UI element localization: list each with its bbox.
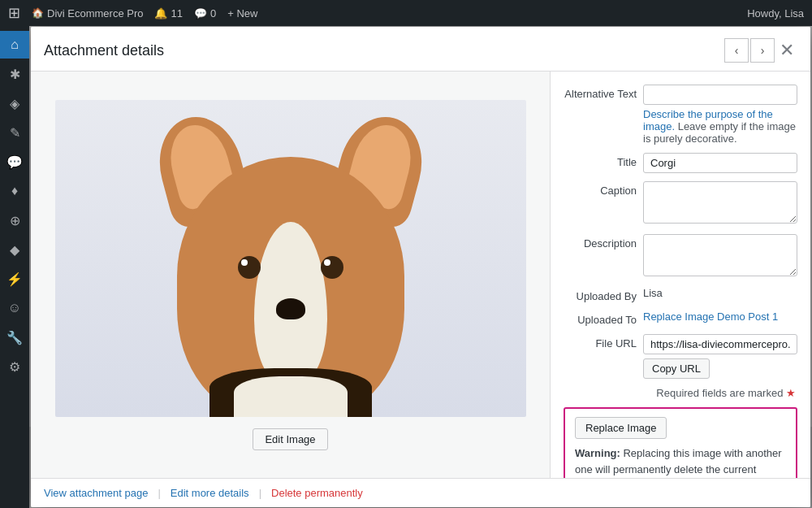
caption-label: Caption xyxy=(564,181,637,197)
view-attachment-link[interactable]: View attachment page xyxy=(44,487,148,499)
corgi-head xyxy=(177,157,404,417)
uploaded-to-value-container: Replace Image Demo Post 1 xyxy=(643,310,797,323)
image-panel: Edit Image xyxy=(31,72,551,478)
attachment-details-modal: Attachment details ‹ › ✕ xyxy=(31,27,810,507)
uploaded-by-value-container: Lisa xyxy=(643,287,797,299)
sidebar-item-users[interactable]: ☺ xyxy=(0,294,29,322)
copy-url-button[interactable]: Copy URL xyxy=(643,358,710,379)
admin-bar-notif[interactable]: 🔔 11 xyxy=(154,7,182,20)
description-field xyxy=(643,234,797,279)
admin-bar-howdy: Howdy, Lisa xyxy=(747,7,804,20)
edit-more-details-link[interactable]: Edit more details xyxy=(171,487,249,499)
uploaded-by-label: Uploaded By xyxy=(564,287,637,302)
main-content: Attachment details ‹ › ✕ xyxy=(29,26,812,508)
corgi-image xyxy=(153,116,429,417)
modal-next-button[interactable]: › xyxy=(750,38,775,63)
uploaded-to-row: Uploaded To Replace Image Demo Post 1 xyxy=(564,310,797,326)
url-input-row xyxy=(643,334,797,354)
details-panel: Alternative Text Describe the purpose of… xyxy=(551,72,810,478)
admin-bar-comments[interactable]: 💬 0 xyxy=(194,7,216,20)
sidebar-item-woo[interactable]: ⊕ xyxy=(0,206,29,234)
corgi-eye-left xyxy=(238,256,261,279)
title-field xyxy=(643,153,797,173)
page-wrapper: ⌂ ✱ ◈ ✎ 💬 ♦ ⊕ ◆ ⚡ ☺ 🔧 ⚙ Attachment detai… xyxy=(0,26,812,508)
file-url-row: File URL Copy URL xyxy=(564,334,797,379)
replace-image-section: Replace Image Warning: Replacing this im… xyxy=(564,407,797,478)
file-url-label: File URL xyxy=(564,334,637,350)
alt-text-row: Alternative Text Describe the purpose of… xyxy=(564,85,797,145)
admin-bar: ⊞ 🏠 Divi Ecommerce Pro 🔔 11 💬 0 + New Ho… xyxy=(0,0,812,26)
modal-nav: ‹ › ✕ xyxy=(724,38,797,63)
edit-image-button[interactable]: Edit Image xyxy=(253,428,327,450)
admin-bar-new[interactable]: + New xyxy=(227,7,257,20)
delete-permanently-link[interactable]: Delete permanently xyxy=(271,487,363,499)
description-row: Description xyxy=(564,234,797,279)
caption-row: Caption xyxy=(564,181,797,226)
image-preview-container xyxy=(55,100,526,417)
required-note: Required fields are marked ★ xyxy=(564,387,797,399)
title-label: Title xyxy=(564,153,637,168)
modal-body: Edit Image Alternative Text Describe the… xyxy=(31,72,810,478)
uploaded-to-label: Uploaded To xyxy=(564,310,637,326)
required-star: ★ xyxy=(786,387,796,399)
modal-overlay: Attachment details ‹ › ✕ xyxy=(29,26,812,508)
uploaded-to-link[interactable]: Replace Image Demo Post 1 xyxy=(643,310,778,323)
modal-header: Attachment details ‹ › ✕ xyxy=(31,27,810,72)
alt-text-field: Describe the purpose of the image. Leave… xyxy=(643,85,797,145)
corgi-eye-right xyxy=(321,256,343,279)
admin-bar-left: ⊞ 🏠 Divi Ecommerce Pro 🔔 11 💬 0 + New xyxy=(8,4,734,22)
uploaded-by-value: Lisa xyxy=(643,284,663,299)
description-input[interactable] xyxy=(643,234,797,276)
sidebar-item-divi[interactable]: ♦ xyxy=(0,177,29,205)
modal-footer: View attachment page | Edit more details… xyxy=(31,478,810,507)
alt-text-label: Alternative Text xyxy=(564,85,637,100)
replace-image-button[interactable]: Replace Image xyxy=(575,417,667,439)
copy-url-container: Copy URL xyxy=(643,358,797,379)
alt-text-input[interactable] xyxy=(643,85,797,105)
alt-text-hint-container: Describe the purpose of the image. Leave… xyxy=(643,108,797,145)
description-label: Description xyxy=(564,234,637,250)
caption-input[interactable] xyxy=(643,181,797,224)
uploaded-by-row: Uploaded By Lisa xyxy=(564,287,797,302)
replace-warning: Warning: Replacing this image with anoth… xyxy=(575,445,786,478)
admin-bar-site-name[interactable]: 🏠 Divi Ecommerce Pro xyxy=(32,7,143,20)
file-url-field: Copy URL xyxy=(643,334,797,379)
sidebar-item-tools[interactable]: 🔧 xyxy=(0,323,29,351)
sidebar-item-home[interactable]: ⌂ xyxy=(0,31,29,59)
sidebar-item-media[interactable]: ◈ xyxy=(0,89,29,117)
sidebar-item-plugins[interactable]: ⚡ xyxy=(0,265,29,293)
modal-prev-button[interactable]: ‹ xyxy=(724,38,749,63)
sidebar-item-comments[interactable]: 💬 xyxy=(0,148,29,176)
caption-field xyxy=(643,181,797,226)
replace-warning-bold: Warning: xyxy=(575,447,620,459)
sidebar-item-settings[interactable]: ⚙ xyxy=(0,353,29,380)
sidebar-item-posts[interactable]: ✱ xyxy=(0,60,29,88)
corgi-nose xyxy=(276,298,305,319)
title-row: Title xyxy=(564,153,797,173)
sidebar: ⌂ ✱ ◈ ✎ 💬 ♦ ⊕ ◆ ⚡ ☺ 🔧 ⚙ xyxy=(0,26,29,508)
file-url-input[interactable] xyxy=(643,334,797,354)
sidebar-item-appearance[interactable]: ◆ xyxy=(0,236,29,263)
admin-bar-wp-icon[interactable]: ⊞ xyxy=(8,4,20,22)
corgi-chest-white xyxy=(234,376,348,417)
modal-title: Attachment details xyxy=(44,42,164,59)
modal-close-button[interactable]: ✕ xyxy=(776,41,797,59)
sidebar-item-pages[interactable]: ✎ xyxy=(0,119,29,146)
title-input[interactable] xyxy=(643,153,797,173)
